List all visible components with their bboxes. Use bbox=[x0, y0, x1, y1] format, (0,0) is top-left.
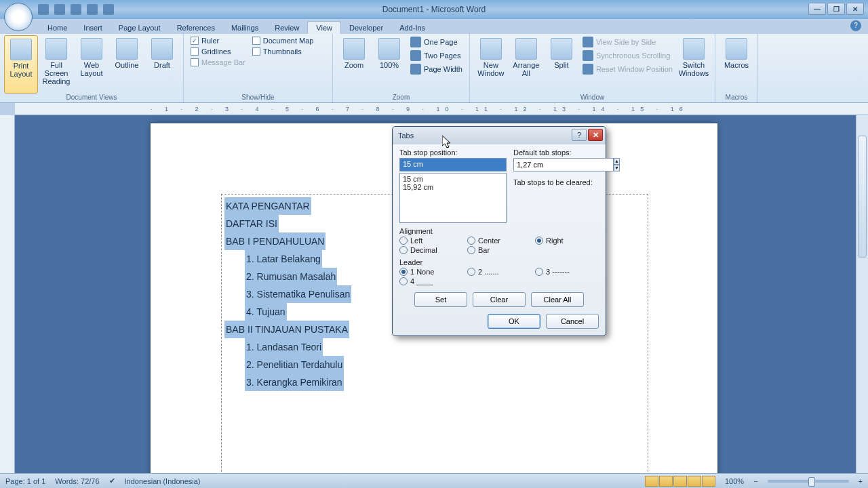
document-line[interactable]: BAB II TINJAUAN PUSTAKA bbox=[224, 321, 349, 338]
help-icon[interactable]: ? bbox=[850, 20, 861, 31]
leader-radio-1-none[interactable]: 1 None bbox=[399, 268, 463, 276]
clear-button[interactable]: Clear bbox=[473, 292, 526, 307]
tab-stop-position-input[interactable]: 15 cm bbox=[399, 158, 507, 171]
full-screen-view-icon[interactable] bbox=[659, 476, 673, 487]
alignment-radio-center[interactable]: Center bbox=[467, 237, 531, 245]
cancel-button[interactable]: Cancel bbox=[546, 314, 599, 329]
office-button[interactable] bbox=[4, 3, 33, 31]
document-line[interactable]: DAFTAR ISI bbox=[224, 215, 279, 232]
zoom-level[interactable]: 100% bbox=[725, 477, 744, 485]
gridlines-checkbox[interactable]: Gridlines bbox=[188, 46, 248, 57]
alignment-radio-bar[interactable]: Bar bbox=[467, 246, 531, 254]
open-icon[interactable] bbox=[103, 4, 114, 15]
tab-mailings[interactable]: Mailings bbox=[223, 22, 267, 34]
titlebar: Document1 - Microsoft Word — ❐ ✕ bbox=[0, 0, 868, 19]
list-item[interactable]: 15 cm bbox=[403, 175, 503, 183]
alignment-radio-left[interactable]: Left bbox=[399, 237, 463, 245]
set-button[interactable]: Set bbox=[414, 292, 467, 307]
leader-radio-2-[interactable]: 2 ....... bbox=[467, 268, 531, 276]
dialog-title-bar[interactable]: Tabs ? ✕ bbox=[393, 127, 606, 144]
document-line[interactable]: KATA PENGANTAR bbox=[224, 197, 311, 215]
document-line[interactable]: 2. Penelitian Terdahulu bbox=[245, 356, 344, 373]
horizontal-ruler[interactable]: · 1 · 2 · 3 · 4 · 5 · 6 · 7 · 8 · 9 · 10… bbox=[15, 103, 868, 115]
outline-view-icon[interactable] bbox=[688, 476, 701, 487]
redo-icon[interactable] bbox=[71, 4, 81, 15]
page-width-button[interactable]: Page Width bbox=[408, 62, 465, 76]
alignment-radio-right[interactable]: Right bbox=[535, 237, 599, 245]
vertical-ruler[interactable] bbox=[0, 115, 15, 473]
full-screen-reading-button[interactable]: Full Screen Reading bbox=[39, 35, 73, 94]
zoom-slider[interactable] bbox=[768, 480, 849, 483]
zoom-in-button[interactable]: + bbox=[859, 477, 863, 485]
tab-page-layout[interactable]: Page Layout bbox=[111, 22, 169, 34]
zoom-button[interactable]: Zoom bbox=[337, 35, 371, 94]
tab-add-ins[interactable]: Add-Ins bbox=[391, 22, 433, 34]
tab-view[interactable]: View bbox=[307, 21, 341, 34]
two-pages-button[interactable]: Two Pages bbox=[408, 49, 465, 62]
document-line[interactable]: 4. Tujuan bbox=[245, 303, 287, 321]
document-line[interactable]: 1. Landasan Teori bbox=[245, 338, 323, 356]
close-button[interactable]: ✕ bbox=[846, 3, 864, 15]
tab-stop-list[interactable]: 15 cm 15,92 cm bbox=[399, 173, 507, 223]
vertical-scrollbar[interactable] bbox=[856, 115, 868, 473]
one-page-button[interactable]: One Page bbox=[408, 35, 465, 49]
spin-up-icon[interactable]: ▲ bbox=[614, 158, 620, 165]
outline-button[interactable]: Outline bbox=[110, 35, 144, 94]
print-layout-view-icon[interactable] bbox=[645, 476, 658, 487]
thumbnails-checkbox[interactable]: Thumbnails bbox=[250, 46, 317, 57]
split-button[interactable]: Split bbox=[545, 35, 578, 94]
radio-icon bbox=[399, 237, 408, 245]
document-line[interactable]: 3. Kerangka Pemikiran bbox=[245, 373, 344, 391]
leader-radio-4-[interactable]: 4 ____ bbox=[399, 277, 463, 285]
zoom-out-button[interactable]: − bbox=[753, 477, 757, 485]
status-words[interactable]: Words: 72/76 bbox=[55, 477, 99, 485]
dialog-help-button[interactable]: ? bbox=[572, 129, 587, 141]
radio-label: Center bbox=[478, 237, 500, 245]
scroll-thumb[interactable] bbox=[858, 136, 867, 258]
default-tab-stops-input[interactable] bbox=[513, 158, 614, 171]
print-icon[interactable] bbox=[87, 4, 98, 15]
ruler-checkbox[interactable]: ✓Ruler bbox=[188, 35, 248, 46]
web-layout-view-icon[interactable] bbox=[673, 476, 687, 487]
save-icon[interactable] bbox=[38, 4, 49, 15]
leader-radio-3-[interactable]: 3 ------- bbox=[535, 268, 599, 276]
alignment-group: LeftCenterRightDecimalBar bbox=[399, 237, 599, 254]
document-line[interactable]: BAB I PENDAHULUAN bbox=[224, 232, 326, 250]
switch-windows-button[interactable]: Switch Windows bbox=[677, 35, 711, 94]
tab-review[interactable]: Review bbox=[267, 22, 307, 34]
document-line[interactable]: 1. Latar Belakang bbox=[245, 250, 322, 268]
spin-down-icon[interactable]: ▼ bbox=[614, 165, 620, 171]
web-layout-button[interactable]: Web Layout bbox=[75, 35, 108, 94]
status-proofing-icon[interactable]: ✔ bbox=[109, 476, 115, 485]
document-map-checkbox[interactable]: Document Map bbox=[250, 35, 317, 46]
draft-view-icon[interactable] bbox=[702, 476, 715, 487]
tab-home[interactable]: Home bbox=[39, 22, 75, 34]
clear-all-button[interactable]: Clear All bbox=[531, 292, 584, 307]
dialog-close-button[interactable]: ✕ bbox=[588, 129, 603, 141]
status-page[interactable]: Page: 1 of 1 bbox=[5, 477, 45, 485]
document-line[interactable]: 2. Rumusan Masalah bbox=[245, 268, 337, 285]
ok-button[interactable]: OK bbox=[488, 314, 540, 329]
tab-developer[interactable]: Developer bbox=[341, 22, 391, 34]
split-icon bbox=[551, 38, 572, 60]
document-line[interactable]: 3. Sistematika Penulisan bbox=[245, 285, 351, 303]
print-layout-button[interactable]: Print Layout bbox=[4, 35, 38, 94]
maximize-button[interactable]: ❐ bbox=[827, 3, 845, 15]
list-item[interactable]: 15,92 cm bbox=[403, 183, 503, 191]
arrange-all-button[interactable]: Arrange All bbox=[509, 35, 543, 94]
arrange-icon bbox=[515, 38, 537, 60]
zoom-100-button[interactable]: 100% bbox=[372, 35, 406, 94]
dialog-body: Tab stop position: 15 cm 15 cm 15,92 cm … bbox=[393, 144, 606, 336]
macros-button[interactable]: Macros bbox=[719, 35, 753, 94]
minimize-button[interactable]: — bbox=[808, 3, 826, 15]
undo-icon[interactable] bbox=[54, 4, 65, 15]
tab-stops-cleared-label: Tab stops to be cleared: bbox=[513, 178, 599, 186]
radio-label: 4 ____ bbox=[410, 277, 433, 285]
tab-references[interactable]: References bbox=[169, 22, 223, 34]
alignment-radio-decimal[interactable]: Decimal bbox=[399, 246, 463, 254]
new-window-button[interactable]: New Window bbox=[474, 35, 508, 94]
tab-insert[interactable]: Insert bbox=[75, 22, 111, 34]
default-tab-stops-spinner[interactable]: ▲▼ bbox=[513, 158, 599, 171]
status-language[interactable]: Indonesian (Indonesia) bbox=[125, 477, 201, 485]
draft-button[interactable]: Draft bbox=[145, 35, 179, 94]
